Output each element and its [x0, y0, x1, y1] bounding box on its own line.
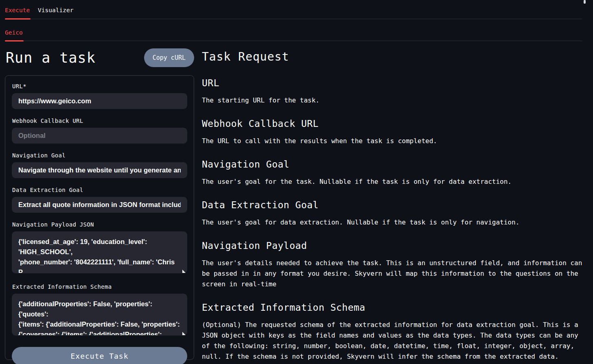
- tab-execute[interactable]: Execute: [5, 4, 31, 19]
- data-extraction-goal-input[interactable]: [12, 197, 187, 213]
- run-task-header: Run a task Copy cURL: [5, 47, 194, 75]
- navigation-payload-textarea[interactable]: {'licensed_at_age': 19, 'education_level…: [12, 231, 187, 273]
- doc-body-navigation-payload: The user's details needed to achieve the…: [202, 258, 588, 290]
- doc-heading-url: URL: [202, 78, 588, 88]
- webhook-input[interactable]: [12, 128, 187, 144]
- navigation-goal-input[interactable]: [12, 162, 187, 178]
- docs-title: Task Request: [202, 47, 588, 65]
- scrollbar-thumb[interactable]: [584, 0, 586, 4]
- resize-handle-icon[interactable]: [182, 332, 186, 335]
- resize-handle-icon[interactable]: [182, 270, 186, 273]
- extracted-schema-textarea[interactable]: {'additionalProperties': False, 'propert…: [12, 294, 187, 336]
- copy-curl-button[interactable]: Copy cURL: [144, 48, 194, 67]
- task-form-card: URL* Webhook Callback URL Navigation Goa…: [5, 75, 194, 360]
- field-url: URL*: [12, 83, 187, 109]
- navigation-payload-label: Navigation Payload JSON: [12, 221, 187, 228]
- doc-heading-extracted-schema: Extracted Information Schema: [202, 302, 588, 313]
- doc-body-webhook: The URL to call with the results when th…: [202, 136, 588, 146]
- url-label: URL*: [12, 83, 187, 89]
- secondary-tab-bar: Geico: [5, 19, 582, 41]
- webhook-label: Webhook Callback URL: [12, 118, 187, 124]
- doc-body-url: The starting URL for the task.: [202, 95, 588, 106]
- doc-body-data-extraction-goal: The user's goal for data extraction. Nul…: [202, 217, 588, 228]
- field-webhook: Webhook Callback URL: [12, 118, 187, 144]
- primary-tab-bar: Execute Visualizer: [5, 0, 582, 19]
- field-extracted-schema: Extracted Information Schema {'additiona…: [12, 283, 187, 337]
- execute-task-button[interactable]: Execute Task: [12, 347, 187, 364]
- navigation-goal-label: Navigation Goal: [12, 152, 187, 159]
- url-input[interactable]: [12, 93, 187, 109]
- field-data-extraction-goal: Data Extraction Goal: [12, 187, 187, 213]
- doc-body-extracted-schema: (Optional) The requested schema of the e…: [202, 320, 588, 362]
- main-content: Run a task Copy cURL URL* Webhook Callba…: [0, 41, 593, 362]
- run-task-panel: Run a task Copy cURL URL* Webhook Callba…: [5, 47, 194, 362]
- doc-heading-data-extraction-goal: Data Extraction Goal: [202, 200, 588, 210]
- page-title: Run a task: [5, 50, 96, 66]
- extracted-schema-label: Extracted Information Schema: [12, 283, 187, 290]
- tab-geico[interactable]: Geico: [5, 26, 24, 41]
- field-navigation-payload: Navigation Payload JSON {'licensed_at_ag…: [12, 221, 187, 275]
- doc-heading-webhook: Webhook Callback URL: [202, 118, 588, 129]
- tab-visualizer[interactable]: Visualizer: [38, 4, 74, 19]
- field-navigation-goal: Navigation Goal: [12, 152, 187, 178]
- doc-body-navigation-goal: The user's goal for the task. Nullable i…: [202, 177, 588, 187]
- task-request-docs: Task Request URL The starting URL for th…: [201, 47, 588, 362]
- doc-heading-navigation-payload: Navigation Payload: [202, 240, 588, 251]
- data-extraction-goal-label: Data Extraction Goal: [12, 187, 187, 193]
- doc-heading-navigation-goal: Navigation Goal: [202, 159, 588, 170]
